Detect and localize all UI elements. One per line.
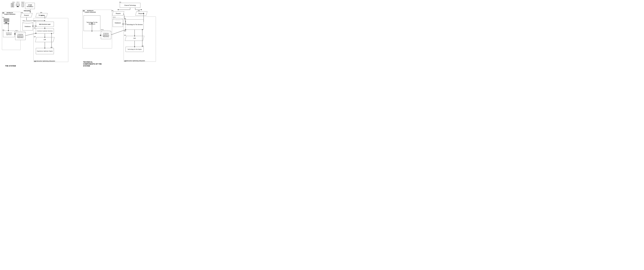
label-215-right: 215 (119, 2, 121, 3)
right-title: TECHNICAL COMPONENTS OF THE SYSTEM (83, 61, 102, 67)
label-250-right: 250 (138, 10, 140, 11)
label-205: 205 (2, 29, 4, 31)
svg-rect-1 (4, 19, 9, 22)
tech-services-box: Technology for The Services (126, 19, 144, 30)
label-204: 204 (2, 17, 4, 18)
phone-215-n (22, 3, 24, 7)
response-box: Response (36, 13, 48, 17)
svg-marker-34 (118, 9, 118, 10)
label-200-right: 200 (83, 10, 85, 11)
label-interaction: Interaction (24, 10, 30, 12)
label-210-1-right: 210.1 (101, 29, 104, 30)
monitor-215-2 (16, 4, 20, 7)
request-box-right: Request (112, 11, 124, 16)
channel-technology-box: Channel Technology (120, 3, 140, 8)
databases-cyl-right: Databases (113, 18, 123, 27)
label-245: 245 (50, 47, 52, 48)
customer-exp-repo: CustomerExperienceRepository (15, 31, 26, 40)
label-245-right: 245 (142, 45, 144, 47)
label-215-n: 215.N (21, 2, 24, 3)
databases-cyl: Databases (22, 22, 33, 31)
left-title: THE SYSTEM (5, 65, 16, 67)
workbench-application-box: Workbench Application (3, 31, 15, 37)
label-250: 250 (40, 12, 42, 13)
svg-rect-3 (5, 23, 7, 23)
label-220: 220 (21, 12, 23, 13)
common-customer-services-box: Common Customer Services (36, 28, 54, 34)
right-diagram: 215 Channel Technology 220 250 Request R… (82, 1, 160, 67)
web-services-box: Web Services Layer (36, 22, 54, 27)
label-workbench-subsystem-right: WorkbenchAnalysis Subsystem (84, 10, 96, 13)
label-240: 240 (34, 36, 36, 37)
label-230-right: 230 (124, 30, 126, 32)
server-215-1 (11, 3, 14, 7)
label-interaction-subsystem: Interaction Optimizing Subsystem (36, 60, 55, 62)
label-210-2: 210.2 (22, 20, 26, 21)
svg-marker-6 (30, 12, 31, 13)
label-215-2: 215.2 (16, 2, 20, 3)
svg-marker-37 (141, 9, 142, 10)
left-diagram: 215.1 215.2 215.N OTHER CHANNELS Interac… (1, 1, 79, 67)
label-225: 225 (34, 20, 36, 22)
label-210-2-right: 210.2 (113, 17, 116, 18)
request-box: Request (20, 13, 32, 17)
svg-line-54 (111, 30, 126, 35)
label-215-1: 215.1 (12, 2, 15, 3)
computer-204 (3, 18, 10, 25)
svg-rect-2 (6, 22, 6, 23)
customer-exp-repo-right: CustomerExperienceRepository (101, 30, 111, 39)
label-202: 202 (34, 60, 36, 62)
label-225-right: 225 (124, 18, 126, 19)
label-202-right: 202 (124, 60, 126, 61)
main-container: 215.1 215.2 215.N OTHER CHANNELS Interac… (0, 0, 161, 68)
tech-engine-box: Technology for the Engine (126, 47, 144, 52)
label-240-right: 240 (124, 35, 126, 36)
label-interaction-subsystem-right: Interaction Optimizing Subsystem (126, 60, 145, 61)
cir-box-right: CIR (125, 36, 144, 41)
cir-box: CIR (35, 37, 54, 42)
exp-optimizer-box: Experience Optimizer Engine (36, 48, 54, 54)
label-210-1: 210.1 (15, 30, 18, 31)
other-channels-box: OTHER CHANNELS (25, 3, 35, 9)
tech-workbench-box: Technology For the Workbench (84, 16, 100, 31)
label-230: 230 (34, 27, 36, 29)
label-workbench-subsystem: WorkbenchAnalysis Subsystem (4, 12, 16, 15)
response-box-right: Response (135, 11, 148, 16)
label-200: 200 (2, 12, 4, 14)
svg-rect-4 (4, 23, 9, 24)
